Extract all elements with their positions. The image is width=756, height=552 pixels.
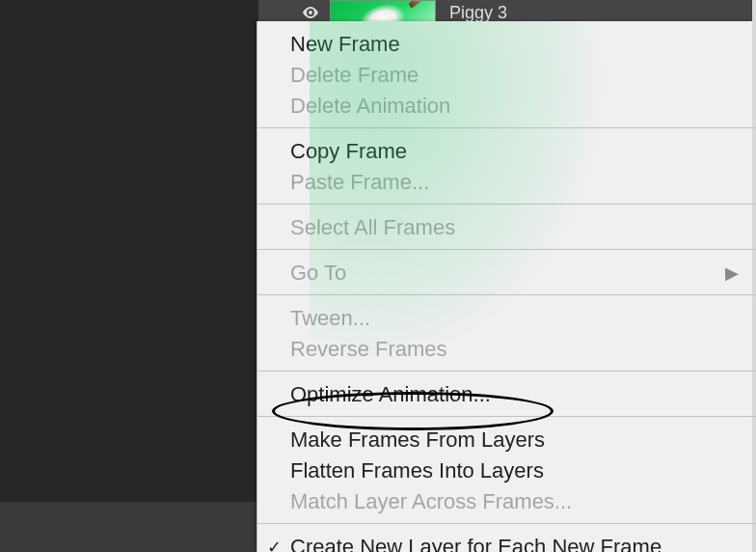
menu-separator (257, 127, 756, 128)
menu-separator (257, 416, 756, 417)
make-frames-from-layers-item[interactable]: Make Frames From Layers (257, 425, 756, 455)
submenu-arrow-icon: ▶ (725, 260, 739, 287)
menu-item-label: Make Frames From Layers (290, 427, 545, 454)
new-frame-item[interactable]: New Frame (257, 29, 756, 60)
delete-frame-item: Delete Frame (257, 60, 756, 91)
menu-item-label: Flatten Frames Into Layers (290, 457, 544, 484)
optimize-animation-item[interactable]: Optimize Animation... (257, 379, 756, 410)
paste-frame-item: Paste Frame... (257, 167, 756, 198)
menu-item-label: Optimize Animation... (290, 381, 491, 408)
flatten-frames-into-layers-item[interactable]: Flatten Frames Into Layers (257, 455, 756, 486)
delete-animation-item: Delete Animation (257, 91, 756, 122)
app-bottom-strip (0, 502, 258, 552)
thumbnail-brush (408, 0, 428, 9)
tween-item: Tween... (257, 303, 756, 334)
reverse-frames-item: Reverse Frames (257, 334, 756, 365)
menu-separator (257, 204, 756, 205)
create-new-layer-each-frame-item[interactable]: Create New Layer for Each New Frame✓ (257, 532, 756, 552)
layer-name-label[interactable]: Piggy 3 (444, 3, 507, 23)
select-all-frames-item: Select All Frames (257, 212, 756, 243)
menu-item-label: Reverse Frames (290, 336, 447, 363)
menu-separator (257, 371, 756, 372)
check-icon: ✓ (267, 534, 282, 552)
go-to-item: Go To▶ (257, 258, 756, 289)
menu-item-label: Select All Frames (290, 214, 455, 241)
menu-item-label: Tween... (290, 305, 370, 332)
menu-item-label: Delete Frame (290, 62, 418, 89)
menu-item-label: Match Layer Across Frames... (290, 488, 572, 515)
menu-separator (257, 294, 756, 295)
copy-frame-item[interactable]: Copy Frame (257, 136, 756, 167)
menu-item-label: Go To (290, 260, 346, 287)
menu-separator (257, 249, 756, 250)
svg-point-0 (309, 11, 312, 14)
menu-separator (257, 523, 756, 524)
menu-item-label: Copy Frame (290, 138, 407, 165)
menu-item-label: Paste Frame... (290, 169, 429, 196)
menu-item-label: Create New Layer for Each New Frame (290, 534, 662, 552)
menu-item-label: Delete Animation (290, 93, 450, 120)
animation-panel-flyout-menu: New FrameDelete FrameDelete AnimationCop… (256, 21, 756, 552)
match-layer-across-frames-item: Match Layer Across Frames... (257, 486, 756, 517)
menu-item-label: New Frame (290, 31, 400, 58)
app-left-panel (0, 0, 258, 502)
